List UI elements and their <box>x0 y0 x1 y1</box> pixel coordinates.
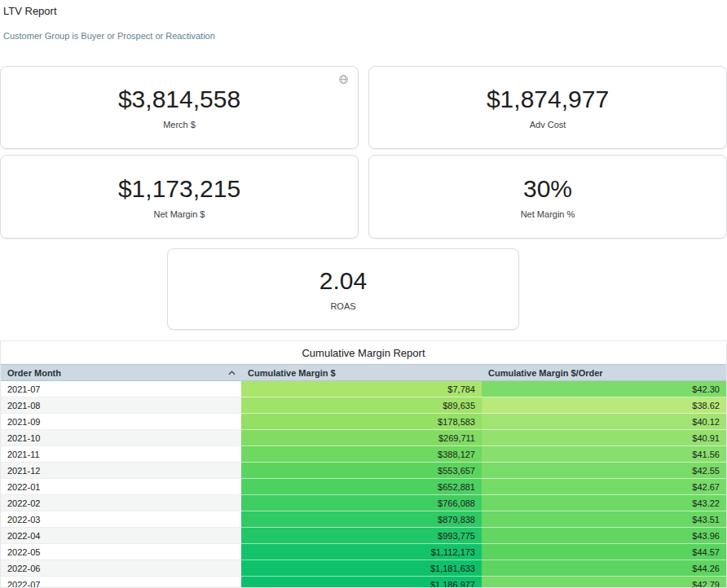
cell-margin-per-order: $40.91 <box>482 430 726 446</box>
cell-cumulative-margin: $993,775 <box>241 528 482 544</box>
cell-cumulative-margin: $7,784 <box>241 381 482 397</box>
cell-margin-per-order: $42.67 <box>482 479 726 495</box>
cell-order-month: 2021-07 <box>1 381 241 397</box>
cell-cumulative-margin: $89,635 <box>241 397 482 414</box>
cell-margin-per-order: $44.26 <box>482 560 726 577</box>
cell-order-month: 2021-10 <box>1 430 241 446</box>
table-row: 2021-09 $178,583 $40.12 <box>1 414 726 430</box>
cell-cumulative-margin: $652,881 <box>241 479 482 495</box>
cell-margin-per-order: $42.79 <box>482 577 726 588</box>
scorecard-adv-cost: $1,874,977 Adv Cost <box>368 66 727 149</box>
cell-order-month: 2022-04 <box>1 528 241 544</box>
cumulative-margin-table: Cumulative Margin Report Order Month Cum… <box>0 340 727 588</box>
cell-margin-per-order: $44.57 <box>482 544 726 560</box>
cell-cumulative-margin: $879,838 <box>241 511 482 528</box>
column-header-margin-per-order[interactable]: Cumulative Margin $/Order <box>482 365 726 380</box>
table-row: 2022-03 $879,838 $43.51 <box>1 511 726 528</box>
cell-order-month: 2022-07 <box>1 577 241 588</box>
cell-margin-per-order: $42.55 <box>482 463 726 479</box>
scorecard-label: Net Margin $ <box>154 209 205 219</box>
cell-cumulative-margin: $1,112,173 <box>241 544 482 560</box>
table-row: 2022-02 $766,088 $43.22 <box>1 495 726 511</box>
cell-margin-per-order: $43.51 <box>482 511 726 528</box>
globe-icon[interactable] <box>338 74 349 85</box>
cell-order-month: 2022-06 <box>1 560 241 577</box>
scorecard-merch: $3,814,558 Merch $ <box>0 66 359 149</box>
cell-order-month: 2021-08 <box>1 397 241 414</box>
page-title: LTV Report <box>3 5 57 17</box>
table-title: Cumulative Margin Report <box>1 341 726 364</box>
column-header-label: Cumulative Margin $/Order <box>488 368 603 378</box>
cell-margin-per-order: $43.96 <box>482 528 726 544</box>
scorecard-value: $3,814,558 <box>118 86 240 112</box>
cell-cumulative-margin: $766,088 <box>241 495 482 511</box>
cell-order-month: 2021-12 <box>1 463 241 479</box>
cell-margin-per-order: $40.12 <box>482 414 726 430</box>
cell-cumulative-margin: $269,711 <box>241 430 482 446</box>
table-row: 2022-06 $1,181,633 $44.26 <box>1 560 726 577</box>
column-header-cumulative-margin[interactable]: Cumulative Margin $ <box>241 365 482 380</box>
cell-cumulative-margin: $1,181,633 <box>241 560 482 577</box>
scorecard-value: 2.04 <box>319 267 367 294</box>
scorecard-label: Merch $ <box>163 120 196 129</box>
scorecard-value: $1,874,977 <box>487 86 609 112</box>
table-row: 2022-07 $1,186,977 $42.79 <box>1 577 726 588</box>
scorecard-net-margin-dollars: $1,173,215 Net Margin $ <box>0 155 359 239</box>
column-header-label: Order Month <box>7 368 61 378</box>
table-row: 2021-07 $7,784 $42.30 <box>1 381 726 397</box>
table-header-row: Order Month Cumulative Margin $ Cumulati… <box>1 364 726 381</box>
scorecard-label: Adv Cost <box>530 120 566 129</box>
scorecard-value: 30% <box>523 175 572 202</box>
cell-cumulative-margin: $1,186,977 <box>241 577 482 588</box>
scorecard-label: ROAS <box>330 301 355 311</box>
cell-order-month: 2022-01 <box>1 479 241 495</box>
table-row: 2021-12 $553,657 $42.55 <box>1 463 726 479</box>
table-row: 2021-08 $89,635 $38.62 <box>1 397 726 414</box>
cell-order-month: 2021-11 <box>1 446 241 463</box>
ltv-report-page: LTV Report Customer Group is Buyer or Pr… <box>0 0 727 588</box>
scorecard-roas: 2.04 ROAS <box>167 248 519 330</box>
cell-order-month: 2022-03 <box>1 511 241 528</box>
table-row: 2022-05 $1,112,173 $44.57 <box>1 544 726 560</box>
cell-margin-per-order: $41.56 <box>482 446 726 463</box>
cell-margin-per-order: $42.30 <box>482 381 726 397</box>
cell-cumulative-margin: $553,657 <box>241 463 482 479</box>
column-header-order-month[interactable]: Order Month <box>1 365 241 380</box>
cell-order-month: 2022-02 <box>1 495 241 511</box>
table-row: 2021-10 $269,711 $40.91 <box>1 430 726 446</box>
cell-margin-per-order: $43.22 <box>482 495 726 511</box>
sort-ascending-icon <box>228 371 236 375</box>
table-body: 2021-07 $7,784 $42.30 2021-08 $89,635 $3… <box>1 381 726 588</box>
table-row: 2022-01 $652,881 $42.67 <box>1 479 726 495</box>
scorecard-net-margin-percent: 30% Net Margin % <box>368 155 727 239</box>
column-header-label: Cumulative Margin $ <box>248 368 336 378</box>
table-row: 2022-04 $993,775 $43.96 <box>1 528 726 544</box>
cell-order-month: 2022-05 <box>1 544 241 560</box>
filter-summary: Customer Group is Buyer or Prospect or R… <box>3 31 215 41</box>
cell-margin-per-order: $38.62 <box>482 397 726 414</box>
scorecard-label: Net Margin % <box>521 209 575 219</box>
cell-cumulative-margin: $388,127 <box>241 446 482 463</box>
scorecard-value: $1,173,215 <box>118 175 240 202</box>
cell-order-month: 2021-09 <box>1 414 241 430</box>
cell-cumulative-margin: $178,583 <box>241 414 482 430</box>
table-row: 2021-11 $388,127 $41.56 <box>1 446 726 463</box>
